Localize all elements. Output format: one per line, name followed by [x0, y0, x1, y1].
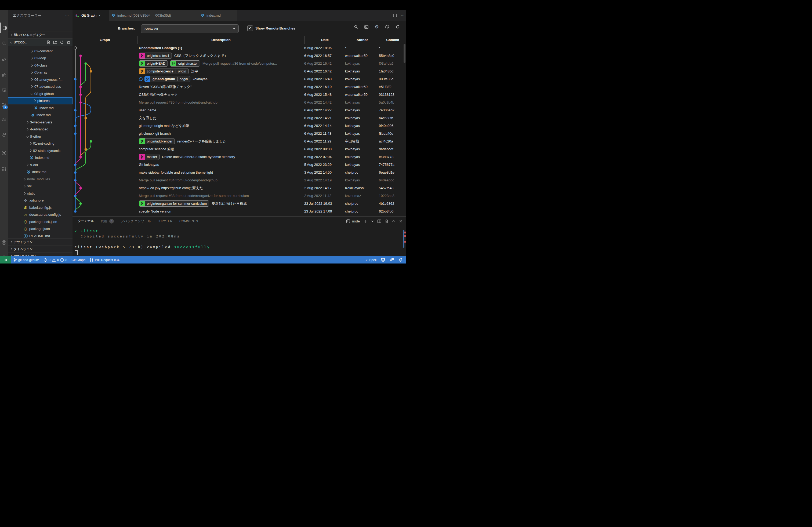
commit-row[interactable]: masterDelete docs/8-other/02-static-dyna… [73, 153, 406, 161]
run-debug-icon[interactable] [0, 54, 8, 64]
collapse-all-icon[interactable] [66, 40, 70, 44]
panel-tab-デバッグ-コンソール[interactable]: デバッグ コンソール [121, 216, 151, 226]
commit-row[interactable]: CSSの節の画像チェック6 Aug 2022 15:48waterwalker5… [73, 91, 406, 99]
commit-row[interactable]: https://.co.jpをhttps://github.comに変えた2 A… [73, 184, 406, 192]
close-tab-icon[interactable]: × [99, 13, 101, 17]
branch-badge[interactable]: origin/add-render [139, 138, 175, 144]
timeline-section[interactable]: タイムライン [8, 245, 73, 253]
feedback-icon[interactable] [388, 256, 396, 264]
problems-status[interactable]: 0 0 8 [41, 256, 69, 264]
panel-tab-問題[interactable]: 問題8 [101, 216, 114, 226]
tree-item-index-md[interactable]: index.md [8, 168, 73, 176]
commit-row[interactable]: git-and-githuboriginkokhayas6 Aug 2022 1… [73, 75, 406, 83]
github-icon[interactable] [0, 148, 8, 158]
tree-item-4-advanced[interactable]: 4-advanced [8, 126, 73, 133]
pull-request-icon[interactable] [0, 163, 8, 174]
column-header-author[interactable]: Author [345, 36, 379, 44]
commit-row[interactable]: Merge pull request #35 from ut-code/git-… [73, 99, 406, 106]
explorer-icon[interactable] [0, 22, 9, 33]
source-control-icon[interactable]: 1 [0, 99, 8, 110]
tree-item-3-web-servers[interactable]: 3-web-servers [8, 119, 73, 126]
commit-row[interactable]: origin/css-test1CSS（フレックスボックスまで）6 Aug 20… [73, 52, 406, 60]
settings-icon[interactable]: ⚙ [374, 25, 379, 29]
tree-item-07-advanced-css[interactable]: 07-advanced-css [8, 83, 73, 90]
pull-request-status[interactable]: Pull Request #34 [88, 256, 121, 264]
tree-item-src[interactable]: src [8, 183, 73, 190]
show-remote-branches-checkbox[interactable]: ✓ [247, 26, 253, 31]
commit-row[interactable]: Merge pull request #34 from ut-code/git-… [73, 176, 406, 184]
editor-scrollbar[interactable] [404, 44, 405, 63]
column-header-date[interactable]: Date [304, 36, 345, 44]
tree-item-index-md[interactable]: index.md [8, 111, 73, 119]
tree-item-01-inspector[interactable]: 01-inspector [8, 46, 73, 47]
tree-item-02-constant[interactable]: 02-constant [8, 47, 73, 55]
tree-item--gitignore[interactable]: .gitignore [8, 197, 73, 204]
tree-item-babel-config-js[interactable]: Bbabel.config.js [8, 204, 73, 211]
branch-badge[interactable]: origin/master [170, 60, 200, 66]
tree-item-03-loop[interactable]: 03-loop [8, 55, 73, 62]
tree-item-05-array[interactable]: 05-array [8, 69, 73, 76]
open-editors-section[interactable]: 開いているエディター [8, 31, 73, 39]
fetch-remote-icon[interactable] [385, 25, 390, 29]
outline-section[interactable]: アウトライン [8, 238, 73, 246]
terminal-instance[interactable]: node [346, 219, 360, 223]
branch-badge[interactable]: master [139, 154, 160, 160]
branch-badge[interactable]: origin/css-test1 [139, 52, 172, 59]
close-panel-icon[interactable] [399, 220, 402, 223]
refresh-icon[interactable] [60, 40, 64, 44]
tree-item-9-old[interactable]: 9-old [8, 161, 73, 168]
branch-badge[interactable]: git-and-githuborigin [144, 76, 190, 82]
notifications-bell-icon[interactable] [396, 256, 404, 264]
tree-item-package-lock-json[interactable]: {}package-lock.json [8, 218, 73, 225]
refresh-icon[interactable] [395, 25, 400, 29]
tree-item-readme-md[interactable]: iREADME.md [8, 232, 73, 238]
npm-scripts-section[interactable]: NPM スクリプト [8, 253, 73, 256]
docker-icon[interactable] [0, 114, 8, 124]
tab-index-md[interactable]: index.md [198, 10, 237, 21]
commit-row[interactable]: Git kokhayas5 Aug 2022 23:29kokhayas7475… [73, 161, 406, 168]
commit-row[interactable]: computer science 俯瞰6 Aug 2022 08:30kokha… [73, 145, 406, 153]
tree-item-8-other[interactable]: 8-other [8, 133, 73, 140]
tree-item-08-git-github[interactable]: 08-git-github [8, 90, 73, 97]
commit-row[interactable]: user_name6 Aug 2022 14:27kokhayas7e306ab… [73, 106, 406, 114]
find-commit-icon[interactable] [353, 25, 358, 29]
tree-item-index-md[interactable]: index.md [8, 104, 73, 111]
terminal-icon[interactable] [364, 25, 369, 29]
branch-badge[interactable]: origin/reorganize-for-summer-curriculum [139, 200, 209, 207]
new-file-icon[interactable] [47, 40, 51, 44]
new-terminal-icon[interactable] [363, 219, 367, 223]
tree-item-06-anonymous-f-[interactable]: 06-anonymous-f... [8, 76, 73, 83]
tree-item-01-not-coding[interactable]: 01-not-coding [8, 140, 73, 147]
search-icon[interactable] [0, 38, 8, 49]
commit-row[interactable]: Revert "CSSの節の画像チェック"6 Aug 2022 16:10wat… [73, 83, 406, 91]
editor-more-actions-icon[interactable]: ··· [401, 13, 404, 17]
column-header-commit[interactable]: Commit [379, 36, 406, 44]
column-header-graph[interactable]: Graph [73, 36, 137, 44]
column-header-description[interactable]: Description [137, 36, 305, 44]
commit-row[interactable]: computer-scienceorigin誤字6 Aug 2022 16:42… [73, 67, 406, 75]
remote-indicator[interactable] [0, 256, 11, 264]
panel-tab-comments[interactable]: COMMENTS [179, 216, 198, 226]
tree-item-04-class[interactable]: 04-class [8, 62, 73, 69]
terminal-dropdown-icon[interactable] [371, 220, 374, 223]
split-terminal-icon[interactable] [377, 219, 381, 223]
branch-badge[interactable]: computer-scienceorigin [139, 68, 188, 74]
kill-terminal-icon[interactable] [385, 219, 389, 223]
tree-item-static[interactable]: static [8, 190, 73, 197]
commit-row[interactable]: git cloneとgit branch6 Aug 2022 11:43kokh… [73, 130, 406, 137]
commit-row[interactable]: 文を直した6 Aug 2022 14:21kokhayasa4c538fb [73, 114, 406, 122]
tree-item-02-static-dynamic[interactable]: 02-static-dynamic [8, 147, 73, 154]
terminal-output[interactable]: ✔ Client Compiled successfully in 202.08… [75, 228, 210, 255]
tree-item-index-md[interactable]: index.md [8, 154, 73, 162]
maximize-panel-icon[interactable] [392, 220, 395, 223]
commit-row[interactable]: git merge origin mainなどを加筆6 Aug 2022 14:… [73, 122, 406, 130]
tree-item-pictures[interactable]: pictures [8, 97, 73, 105]
commit-row[interactable]: make sidebar foldable and set prism them… [73, 168, 406, 176]
commit-row[interactable]: Merge pull request #33 from ut-code/reor… [73, 192, 406, 200]
pet-icon[interactable] [379, 256, 388, 264]
extensions-icon[interactable] [0, 69, 8, 80]
branch-badge[interactable]: origin/HEAD [139, 60, 168, 66]
commit-row[interactable]: origin/reorganize-for-summer-curriculum夏… [73, 200, 406, 207]
commit-row[interactable]: Uncommitted Changes (1)6 Aug 2022 18:06*… [73, 44, 406, 52]
git-graph-status[interactable]: Git Graph [69, 256, 88, 264]
